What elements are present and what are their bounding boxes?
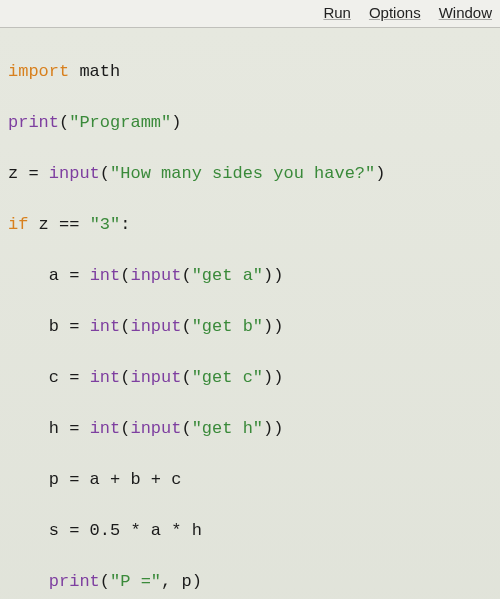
statement: s = 0.5 * a * h <box>8 521 202 540</box>
assignment: z = <box>8 164 49 183</box>
paren: ( <box>120 368 130 387</box>
menu-bar: Run Options Window <box>0 0 500 28</box>
paren: )) <box>263 266 283 285</box>
code-line-5: a = int(input("get a")) <box>8 263 492 289</box>
menu-window[interactable]: Window <box>439 2 492 25</box>
builtin-input: input <box>49 164 100 183</box>
string-literal: "get a" <box>192 266 263 285</box>
assignment: c = <box>49 368 90 387</box>
code-line-7: c = int(input("get c")) <box>8 365 492 391</box>
builtin-input: input <box>130 266 181 285</box>
string-literal: "How many sides you have?" <box>110 164 375 183</box>
code-line-11: print("P =", p) <box>8 569 492 595</box>
condition: z == <box>28 215 89 234</box>
paren: ) <box>171 113 181 132</box>
code-line-6: b = int(input("get b")) <box>8 314 492 340</box>
string-literal: "P =" <box>110 572 161 591</box>
code-line-9: p = a + b + c <box>8 467 492 493</box>
paren: )) <box>263 368 283 387</box>
builtin-input: input <box>130 317 181 336</box>
assignment: h = <box>49 419 90 438</box>
args: , p) <box>161 572 202 591</box>
string-literal: "get b" <box>192 317 263 336</box>
code-line-1: import math <box>8 59 492 85</box>
indent <box>8 572 49 591</box>
indent <box>8 419 49 438</box>
keyword-if: if <box>8 215 28 234</box>
paren: ( <box>120 266 130 285</box>
menu-options[interactable]: Options <box>369 2 421 25</box>
paren: ( <box>100 164 110 183</box>
string-literal: "3" <box>90 215 121 234</box>
statement: p = a + b + c <box>8 470 181 489</box>
code-line-2: print("Programm") <box>8 110 492 136</box>
indent <box>8 266 49 285</box>
menu-run[interactable]: Run <box>323 2 351 25</box>
paren: ( <box>59 113 69 132</box>
paren: ( <box>120 317 130 336</box>
code-line-8: h = int(input("get h")) <box>8 416 492 442</box>
code-editor[interactable]: import math print("Programm") z = input(… <box>0 28 500 600</box>
builtin-input: input <box>130 419 181 438</box>
builtin-int: int <box>90 419 121 438</box>
paren: ( <box>181 419 191 438</box>
paren: ( <box>181 368 191 387</box>
assignment: b = <box>49 317 90 336</box>
string-literal: "get h" <box>192 419 263 438</box>
string-literal: "Programm" <box>69 113 171 132</box>
paren: )) <box>263 419 283 438</box>
indent <box>8 368 49 387</box>
paren: ( <box>120 419 130 438</box>
paren: ( <box>100 572 110 591</box>
assignment: a = <box>49 266 90 285</box>
paren: ( <box>181 266 191 285</box>
keyword-import: import <box>8 62 69 81</box>
code-line-3: z = input("How many sides you have?") <box>8 161 492 187</box>
builtin-print: print <box>8 113 59 132</box>
builtin-input: input <box>130 368 181 387</box>
builtin-int: int <box>90 368 121 387</box>
builtin-int: int <box>90 266 121 285</box>
builtin-print: print <box>49 572 100 591</box>
indent <box>8 317 49 336</box>
colon: : <box>120 215 130 234</box>
paren: ) <box>375 164 385 183</box>
paren: ( <box>181 317 191 336</box>
code-line-4: if z == "3": <box>8 212 492 238</box>
code-line-10: s = 0.5 * a * h <box>8 518 492 544</box>
module-name: math <box>69 62 120 81</box>
paren: )) <box>263 317 283 336</box>
builtin-int: int <box>90 317 121 336</box>
string-literal: "get c" <box>192 368 263 387</box>
